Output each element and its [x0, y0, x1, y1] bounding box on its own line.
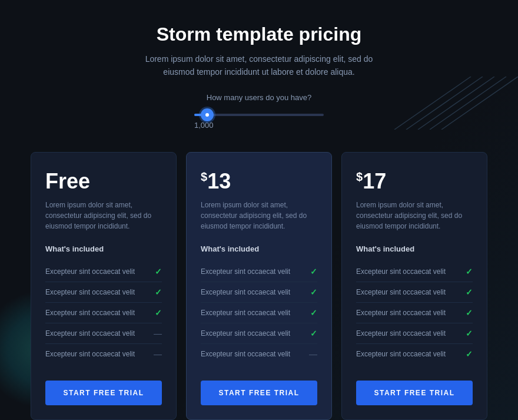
slider-track: [194, 114, 324, 116]
feature-item: Excepteur sint occaecat velit ✓: [201, 282, 317, 303]
check-icon: ✓: [310, 267, 317, 276]
feature-item: Excepteur sint occaecat velit ✓: [45, 262, 162, 282]
check-icon: ✓: [310, 308, 317, 318]
cta-button-pro[interactable]: START FREE TRIAL: [356, 381, 473, 405]
check-icon: ✓: [466, 349, 473, 359]
pricing-card-free: Free Lorem ipsum dolor sit amet, consect…: [31, 152, 177, 420]
dash-icon: —: [154, 349, 162, 359]
feature-text: Excepteur sint occaecat velit: [201, 350, 290, 358]
card-price-free: Free: [45, 169, 162, 194]
feature-text: Excepteur sint occaecat velit: [45, 350, 135, 358]
header: Storm template pricing Lorem ipsum dolor…: [12, 24, 506, 79]
feature-item: Excepteur sint occaecat velit ✓: [201, 323, 317, 344]
cta-button-standard[interactable]: START FREE TRIAL: [201, 381, 317, 405]
feature-text: Excepteur sint occaecat velit: [356, 309, 446, 317]
check-icon: ✓: [310, 329, 317, 338]
card-description: Lorem ipsum dolor sit amet, consectetur …: [45, 200, 162, 232]
dash-icon: —: [154, 329, 162, 338]
slider-container[interactable]: 1,000: [194, 109, 324, 134]
cta-button-free[interactable]: START FREE TRIAL: [45, 381, 162, 405]
feature-text: Excepteur sint occaecat velit: [45, 267, 135, 276]
check-icon: ✓: [466, 308, 473, 318]
feature-list: Excepteur sint occaecat velit ✓ Excepteu…: [201, 262, 317, 364]
whats-included-label: What's included: [201, 244, 317, 253]
feature-item: Excepteur sint occaecat velit ✓: [45, 282, 162, 303]
feature-text: Excepteur sint occaecat velit: [356, 350, 446, 358]
check-icon: ✓: [466, 329, 473, 338]
feature-item: Excepteur sint occaecat velit ✓: [356, 303, 473, 323]
slider-value: 1,000: [194, 121, 324, 130]
check-icon: ✓: [155, 308, 162, 318]
card-description: Lorem ipsum dolor sit amet, consectetur …: [356, 200, 473, 232]
dash-icon: —: [309, 349, 317, 359]
feature-item: Excepteur sint occaecat velit ✓: [45, 303, 162, 323]
page-wrapper: Storm template pricing Lorem ipsum dolor…: [0, 0, 518, 420]
feature-text: Excepteur sint occaecat velit: [45, 329, 135, 338]
feature-item: Excepteur sint occaecat velit —: [45, 344, 162, 364]
slider-thumb-inner: [205, 113, 209, 117]
feature-text: Excepteur sint occaecat velit: [201, 329, 290, 338]
feature-text: Excepteur sint occaecat velit: [201, 288, 290, 296]
feature-text: Excepteur sint occaecat velit: [45, 309, 135, 317]
card-description: Lorem ipsum dolor sit amet, consectetur …: [201, 200, 317, 232]
page-subtitle: Lorem ipsum dolor sit amet, consectetur …: [130, 52, 388, 79]
card-price-standard: $13: [201, 169, 317, 194]
feature-item: Excepteur sint occaecat velit ✓: [356, 323, 473, 344]
feature-list: Excepteur sint occaecat velit ✓ Excepteu…: [45, 262, 162, 364]
feature-item: Excepteur sint occaecat velit ✓: [356, 282, 473, 303]
feature-text: Excepteur sint occaecat velit: [201, 309, 290, 317]
pricing-cards: Free Lorem ipsum dolor sit amet, consect…: [12, 152, 506, 420]
feature-text: Excepteur sint occaecat velit: [45, 288, 135, 296]
check-icon: ✓: [466, 287, 473, 297]
card-price-pro: $17: [356, 169, 473, 194]
feature-list: Excepteur sint occaecat velit ✓ Excepteu…: [356, 262, 473, 364]
whats-included-label: What's included: [45, 244, 162, 253]
check-icon: ✓: [466, 267, 473, 276]
check-icon: ✓: [155, 267, 162, 276]
feature-text: Excepteur sint occaecat velit: [356, 267, 446, 276]
slider-label: How many users do you have?: [12, 93, 506, 102]
pricing-card-pro: $17 Lorem ipsum dolor sit amet, consecte…: [341, 152, 487, 420]
page-title: Storm template pricing: [12, 24, 506, 45]
feature-item: Excepteur sint occaecat velit ✓: [356, 344, 473, 364]
pricing-card-standard: $13 Lorem ipsum dolor sit amet, consecte…: [186, 152, 332, 420]
whats-included-label: What's included: [356, 244, 473, 253]
feature-item: Excepteur sint occaecat velit —: [45, 323, 162, 344]
check-icon: ✓: [155, 287, 162, 297]
slider-section: How many users do you have? 1,000: [12, 93, 506, 134]
slider-thumb[interactable]: [201, 108, 214, 121]
feature-item: Excepteur sint occaecat velit ✓: [201, 303, 317, 323]
check-icon: ✓: [310, 287, 317, 297]
feature-item: Excepteur sint occaecat velit ✓: [201, 262, 317, 282]
feature-item: Excepteur sint occaecat velit —: [201, 344, 317, 364]
feature-text: Excepteur sint occaecat velit: [356, 288, 446, 296]
feature-text: Excepteur sint occaecat velit: [356, 329, 446, 338]
feature-item: Excepteur sint occaecat velit ✓: [356, 262, 473, 282]
feature-text: Excepteur sint occaecat velit: [201, 267, 290, 276]
